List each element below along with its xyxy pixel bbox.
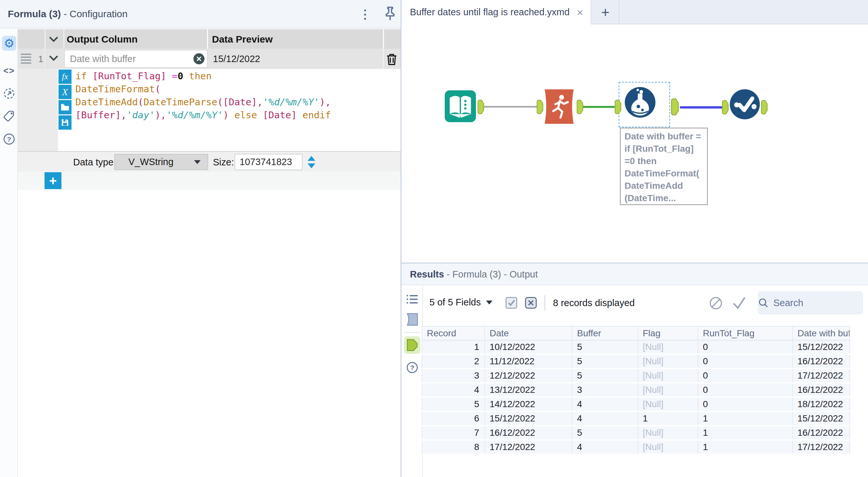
results-help-icon[interactable]: ? <box>405 360 420 375</box>
row-drag-handle-icon[interactable] <box>21 54 31 64</box>
table-cell[interactable]: 0 <box>698 341 793 353</box>
table-cell[interactable]: 5 <box>422 398 485 411</box>
formula-input-anchor[interactable] <box>614 99 622 115</box>
text-input-output-anchor[interactable] <box>477 99 485 115</box>
table-row[interactable]: 312/12/20225[Null]017/12/2022 <box>422 369 850 383</box>
table-cell[interactable]: 5 <box>572 341 638 353</box>
table-cell[interactable]: 16/12/2022 <box>793 426 850 439</box>
workflow-tab[interactable]: Buffer dates until flag is reached.yxmd … <box>402 0 591 24</box>
table-cell[interactable]: 1 <box>698 426 793 439</box>
table-cell[interactable]: 2 <box>422 355 485 368</box>
table-cell[interactable]: 15/12/2022 <box>793 412 850 425</box>
tag-annotation-icon[interactable] <box>2 109 16 124</box>
formula-tool[interactable] <box>624 87 656 120</box>
saved-expressions-icon[interactable] <box>59 100 71 115</box>
table-cell[interactable]: [Null] <box>638 341 698 353</box>
row-collapse-chevron-icon[interactable] <box>49 55 59 61</box>
stepper-up-icon[interactable] <box>308 156 315 161</box>
column-header[interactable]: Buffer <box>572 326 638 340</box>
table-cell[interactable]: 5 <box>572 369 638 382</box>
column-header[interactable]: RunTot_Flag <box>698 326 793 340</box>
help-icon[interactable]: ? <box>2 132 16 147</box>
formula-code-editor[interactable]: if [RunTot_Flag] =0 thenDateTimeFormat(D… <box>72 69 400 151</box>
collapse-all-chevron-icon[interactable] <box>49 36 59 42</box>
running-total-input-anchor[interactable] <box>536 99 544 115</box>
table-cell[interactable]: [Null] <box>638 369 698 382</box>
functions-icon[interactable]: fx <box>59 69 71 84</box>
table-row[interactable]: 413/12/20223[Null]016/12/2022 <box>422 383 850 398</box>
text-input-tool[interactable] <box>445 90 476 124</box>
formula-output-anchor[interactable] <box>671 97 679 117</box>
code-view-icon[interactable]: <> <box>2 63 16 78</box>
table-cell[interactable]: 4 <box>422 383 485 396</box>
formula-tool-annotation[interactable]: Date with buffer =if [RunTot_Flag]=0 the… <box>620 128 708 205</box>
table-cell[interactable]: 16/12/2022 <box>485 426 572 439</box>
table-cell[interactable]: 1 <box>422 341 485 353</box>
connection-input-to-runningtotal[interactable] <box>484 106 538 107</box>
data-type-select[interactable]: V_WString <box>115 154 208 170</box>
select-tool[interactable] <box>729 89 761 121</box>
select-input-anchor[interactable] <box>722 100 729 115</box>
deselect-fields-icon[interactable] <box>524 296 537 311</box>
select-output-anchor[interactable] <box>761 100 768 115</box>
table-cell[interactable]: 0 <box>698 355 793 368</box>
table-cell[interactable]: 3 <box>422 369 485 382</box>
tool-profile-icon[interactable] <box>405 312 420 327</box>
output-column-input[interactable]: Date with buffer <box>64 50 208 68</box>
table-cell[interactable]: 13/12/2022 <box>485 383 572 396</box>
table-cell[interactable]: 1 <box>638 412 698 425</box>
table-cell[interactable]: 0 <box>698 383 793 396</box>
table-cell[interactable]: 0 <box>698 398 793 411</box>
code-line[interactable]: DateTimeAdd(DateTimeParse([Date],'%d/%m/… <box>72 96 400 108</box>
size-input[interactable]: 1073741823 <box>235 154 302 170</box>
table-cell[interactable]: 17/12/2022 <box>793 441 850 454</box>
table-cell[interactable]: 4 <box>572 441 638 454</box>
table-cell[interactable]: 1 <box>698 441 793 454</box>
table-cell[interactable]: 4 <box>572 398 638 411</box>
clear-column-icon[interactable] <box>193 53 205 64</box>
table-cell[interactable]: 17/12/2022 <box>485 441 572 454</box>
kebab-menu-icon[interactable] <box>360 7 370 22</box>
table-cell[interactable]: 6 <box>422 412 485 425</box>
column-header[interactable]: Record <box>422 326 485 340</box>
filter-true-icon[interactable] <box>731 295 747 313</box>
column-header[interactable]: Date <box>485 326 572 340</box>
table-cell[interactable]: 17/12/2022 <box>793 369 850 382</box>
save-expression-icon[interactable] <box>59 115 71 130</box>
add-expression-button[interactable]: + <box>44 172 61 189</box>
records-list-icon[interactable] <box>405 292 420 307</box>
table-cell[interactable]: [Null] <box>638 355 698 368</box>
table-cell[interactable]: [Null] <box>638 383 698 396</box>
table-cell[interactable]: [Null] <box>638 426 698 439</box>
fields-dropdown[interactable]: 5 of 5 Fields <box>429 297 493 308</box>
running-total-output-anchor[interactable] <box>577 99 584 115</box>
table-cell[interactable]: 16/12/2022 <box>793 355 850 368</box>
table-row[interactable]: 110/12/20225[Null]015/12/2022 <box>422 341 850 355</box>
pin-panel-icon[interactable] <box>383 6 397 23</box>
table-cell[interactable]: 4 <box>572 412 638 425</box>
table-row[interactable]: 211/12/20225[Null]016/12/2022 <box>422 355 850 369</box>
running-total-tool[interactable] <box>544 89 575 125</box>
table-cell[interactable]: [Null] <box>638 398 698 411</box>
table-cell[interactable]: 1 <box>698 412 793 425</box>
column-header[interactable]: Date with buffer <box>793 326 850 340</box>
connection-formula-to-select[interactable] <box>680 106 723 108</box>
table-row[interactable]: 514/12/20224[Null]018/12/2022 <box>422 398 850 412</box>
search-input[interactable]: Search <box>758 291 863 315</box>
size-stepper[interactable] <box>304 154 319 170</box>
code-line[interactable]: if [RunTot_Flag] =0 then <box>72 69 400 83</box>
table-cell[interactable]: 14/12/2022 <box>485 398 572 411</box>
table-cell[interactable]: 5 <box>572 355 638 368</box>
select-all-fields-icon[interactable] <box>505 296 518 311</box>
code-line[interactable]: DateTimeFormat( <box>72 83 400 96</box>
table-cell[interactable]: 3 <box>572 383 638 396</box>
new-tab-button[interactable]: + <box>592 0 619 24</box>
table-row[interactable]: 817/12/20224[Null]117/12/2022 <box>422 441 850 455</box>
table-cell[interactable]: 10/12/2022 <box>485 341 572 353</box>
column-header[interactable]: Flag <box>638 326 698 340</box>
table-cell[interactable]: 15/12/2022 <box>793 341 850 353</box>
connection-runningtotal-to-formula[interactable] <box>579 106 615 108</box>
table-cell[interactable]: 16/12/2022 <box>793 383 850 396</box>
open-results-icon[interactable] <box>2 86 16 101</box>
filter-false-icon[interactable] <box>708 296 723 312</box>
